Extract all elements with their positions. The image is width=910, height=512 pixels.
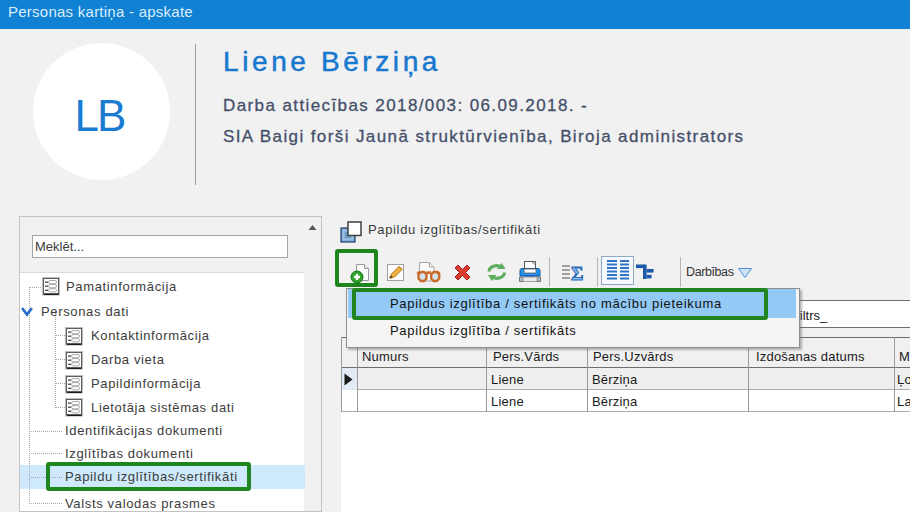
svg-text:Σ: Σ [571, 263, 583, 283]
